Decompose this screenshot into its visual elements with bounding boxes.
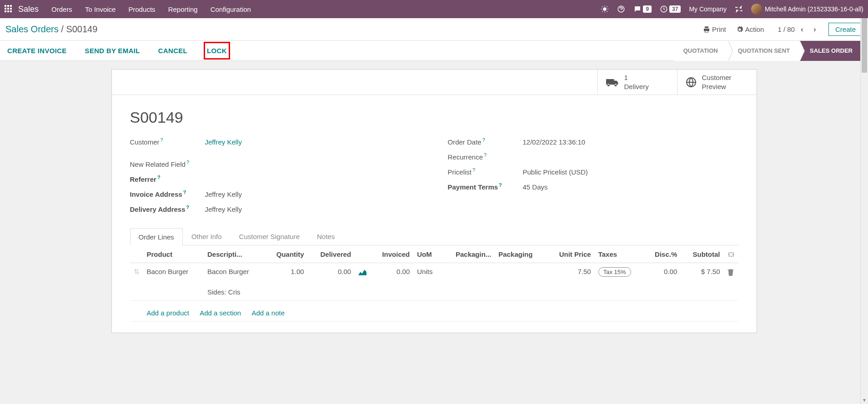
app-brand[interactable]: Sales	[18, 5, 39, 14]
stat-delivery-count: 1	[624, 73, 649, 82]
debug-icon[interactable]	[735, 5, 743, 13]
help-icon[interactable]: ?	[161, 137, 163, 143]
help-icon[interactable]: ?	[186, 204, 190, 210]
help-icon[interactable]: ?	[157, 175, 161, 180]
send-by-email-button[interactable]: SEND BY EMAIL	[83, 43, 142, 58]
support-icon[interactable]	[617, 5, 625, 13]
add-section-link[interactable]: Add a section	[200, 309, 241, 317]
help-icon[interactable]: ?	[472, 167, 475, 173]
trash-icon[interactable]	[728, 269, 734, 276]
value-pricelist: Public Pricelist (USD)	[523, 168, 588, 176]
help-icon[interactable]: ?	[186, 160, 189, 165]
th-packaging-qty[interactable]: Packagin...	[442, 245, 495, 263]
company-switcher[interactable]: My Company	[689, 5, 726, 13]
cell-uom[interactable]: Units	[413, 263, 442, 301]
activities-icon[interactable]: 37	[660, 5, 681, 13]
label-invoice-addr: Invoice Address	[130, 190, 182, 198]
menu-to-invoice[interactable]: To Invoice	[85, 5, 116, 13]
breadcrumb-root[interactable]: Sales Orders	[5, 24, 59, 34]
messages-icon[interactable]: 9	[633, 5, 652, 13]
status-bar: QUOTATION QUOTATION SENT SALES ORDER	[673, 41, 863, 61]
tab-order-lines[interactable]: Order Lines	[130, 228, 183, 245]
cell-tax[interactable]: Tax 15%	[598, 267, 631, 277]
th-disc[interactable]: Disc.%	[644, 245, 681, 263]
th-taxes[interactable]: Taxes	[595, 245, 644, 263]
cell-unit-price[interactable]: 7.50	[546, 263, 595, 301]
th-subtotal[interactable]: Subtotal	[681, 245, 723, 263]
columns-icon[interactable]	[728, 251, 735, 258]
form-sheet: 1Delivery CustomerPreview S00149 Custome…	[111, 69, 757, 333]
lock-button[interactable]: LOCK	[204, 42, 230, 60]
cell-quantity[interactable]: 1.00	[264, 263, 307, 301]
th-product[interactable]: Product	[143, 245, 204, 263]
th-packaging[interactable]: Packaging	[495, 245, 546, 263]
globe-icon	[686, 77, 697, 88]
topbar: Sales Orders To Invoice Products Reporti…	[0, 0, 868, 18]
create-button[interactable]: Create	[828, 23, 863, 36]
help-icon[interactable]: ?	[183, 190, 186, 195]
status-quotation[interactable]: QUOTATION	[673, 41, 728, 61]
activities-badge: 37	[669, 5, 681, 13]
stat-delivery-label: Delivery	[624, 82, 649, 91]
scrollbar[interactable]: ▲ ▼	[860, 18, 868, 341]
th-invoiced[interactable]: Invoiced	[370, 245, 413, 263]
menu-orders[interactable]: Orders	[51, 5, 72, 13]
value-payment-terms: 45 Days	[523, 183, 548, 191]
user-menu[interactable]: Mitchell Admin (21523336-16-0-all)	[751, 4, 863, 15]
label-order-date: Order Date	[448, 138, 482, 146]
breadcrumb-current: S00149	[66, 24, 97, 34]
messages-badge: 9	[643, 5, 652, 13]
drag-handle-icon[interactable]: ⇅	[130, 263, 143, 301]
svg-point-0	[603, 7, 607, 11]
value-order-date: 12/02/2022 13:36:10	[523, 138, 586, 146]
label-recurrence: Recurrence	[448, 153, 483, 161]
pager-text[interactable]: 1 / 80	[778, 25, 795, 33]
cancel-button[interactable]: CANCEL	[156, 43, 189, 58]
breadcrumb-sep: /	[59, 24, 66, 34]
avatar	[751, 4, 762, 15]
status-quotation-sent[interactable]: QUOTATION SENT	[728, 41, 800, 61]
stat-preview[interactable]: CustomerPreview	[677, 70, 757, 95]
value-customer[interactable]: Jeffrey Kelly	[205, 138, 242, 146]
create-invoice-button[interactable]: CREATE INVOICE	[5, 43, 69, 58]
print-button[interactable]: Print	[703, 25, 726, 33]
help-icon[interactable]: ?	[484, 152, 487, 158]
cell-disc[interactable]: 0.00	[644, 263, 681, 301]
scroll-thumb[interactable]	[862, 18, 867, 73]
help-icon[interactable]: ?	[499, 182, 502, 188]
stat-preview-l2: Preview	[702, 82, 732, 91]
menu-products[interactable]: Products	[128, 5, 155, 13]
table-row[interactable]: ⇅ Bacon Burger Bacon BurgerSides: Cris 1…	[130, 263, 738, 301]
add-note-link[interactable]: Add a note	[252, 309, 285, 317]
bug-icon[interactable]	[601, 5, 609, 13]
stat-delivery[interactable]: 1Delivery	[597, 70, 677, 95]
tab-other-info[interactable]: Other Info	[183, 228, 231, 245]
stat-row: 1Delivery CustomerPreview	[112, 70, 757, 95]
chart-icon[interactable]	[358, 269, 366, 275]
tab-notes[interactable]: Notes	[308, 228, 343, 245]
menu-configuration[interactable]: Configuration	[211, 5, 251, 13]
add-product-link[interactable]: Add a product	[147, 309, 189, 317]
apps-icon[interactable]	[5, 5, 13, 13]
menu-reporting[interactable]: Reporting	[168, 5, 198, 13]
action-button[interactable]: Action	[736, 25, 764, 33]
th-description[interactable]: Descripti...	[204, 245, 264, 263]
th-unit-price[interactable]: Unit Price	[546, 245, 595, 263]
cell-product[interactable]: Bacon Burger	[143, 263, 204, 301]
th-quantity[interactable]: Quantity	[264, 245, 307, 263]
th-delivered[interactable]: Delivered	[308, 245, 355, 263]
help-icon[interactable]: ?	[482, 137, 485, 143]
label-customer: Customer	[130, 138, 160, 146]
stat-preview-l1: Customer	[702, 73, 732, 82]
pager-prev[interactable]: ‹	[797, 24, 808, 35]
gear-icon	[736, 26, 743, 33]
th-uom[interactable]: UoM	[413, 245, 442, 263]
cell-invoiced: 0.00	[370, 263, 413, 301]
status-sales-order[interactable]: SALES ORDER	[800, 41, 863, 61]
tab-customer-signature[interactable]: Customer Signature	[231, 228, 308, 245]
cell-description[interactable]: Bacon BurgerSides: Cris	[204, 263, 264, 301]
pager-next[interactable]: ›	[809, 24, 820, 35]
action-row: CREATE INVOICE SEND BY EMAIL CANCEL LOCK…	[0, 41, 868, 61]
order-lines-table: Product Descripti... Quantity Delivered …	[130, 245, 738, 322]
cell-delivered[interactable]: 0.00	[308, 263, 355, 301]
